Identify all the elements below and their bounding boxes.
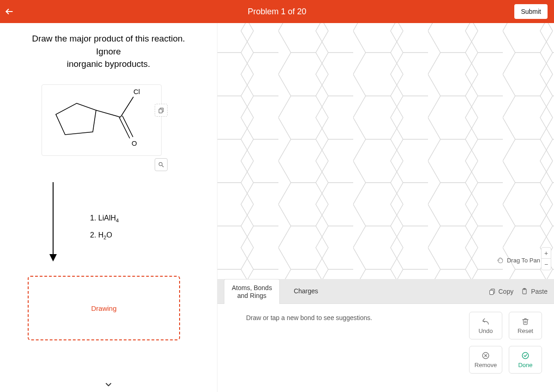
hex-grid-canvas[interactable]	[217, 23, 554, 281]
trash-icon	[522, 318, 529, 325]
copy-rect-icon	[158, 107, 164, 113]
paste-icon	[521, 288, 528, 295]
select-structure-button[interactable]	[155, 104, 168, 117]
problem-panel: Draw the major product of this reaction.…	[0, 23, 217, 392]
remove-button[interactable]: Remove	[469, 346, 502, 374]
drag-to-pan-label: Drag To Pan	[507, 257, 540, 264]
check-circle-icon	[521, 351, 530, 360]
scroll-down-button[interactable]	[104, 380, 113, 389]
zoom-controls: + −	[541, 247, 551, 270]
svg-line-2	[96, 110, 120, 117]
copy-button[interactable]: Copy	[488, 288, 514, 295]
zoom-in-button[interactable]: +	[542, 248, 551, 259]
prompt-line-1: Draw the major product of this reaction.…	[32, 34, 185, 56]
drawing-box-label: Drawing	[91, 304, 116, 312]
x-circle-icon	[482, 351, 490, 360]
svg-marker-11	[49, 254, 57, 261]
zoom-structure-button[interactable]	[155, 158, 168, 171]
reaction-arrow-icon	[46, 182, 60, 265]
reagent-2: 2. H2O	[90, 227, 119, 244]
arrow-left-icon	[5, 7, 14, 16]
svg-point-8	[159, 162, 162, 166]
problem-prompt: Draw the major product of this reaction.…	[14, 32, 203, 71]
undo-button[interactable]: Undo	[469, 312, 502, 339]
done-button[interactable]: Done	[509, 346, 542, 374]
drawing-target-box[interactable]: Drawing	[28, 276, 180, 340]
action-buttons: Undo Reset Remove Done	[469, 312, 542, 374]
app-header: Problem 1 of 20 Submit	[0, 0, 554, 23]
submit-button[interactable]: Submit	[514, 4, 548, 19]
paste-button[interactable]: Paste	[521, 288, 548, 295]
tab-charges[interactable]: Charges	[286, 283, 325, 300]
svg-rect-7	[159, 109, 162, 113]
svg-marker-1	[56, 103, 96, 135]
svg-point-22	[522, 352, 529, 359]
tool-tabs: Atoms, Bonds and Rings Charges Copy Past…	[217, 279, 554, 304]
molecule-svg	[42, 85, 162, 156]
reset-button[interactable]: Reset	[509, 312, 542, 339]
page-title: Problem 1 of 20	[0, 7, 554, 17]
zoom-out-button[interactable]: −	[542, 259, 551, 270]
hand-icon	[497, 256, 504, 264]
molecule-structure: Cl O	[42, 84, 162, 156]
svg-rect-14	[217, 23, 554, 281]
prompt-line-2: inorganic byproducts.	[67, 59, 151, 69]
drag-to-pan-control[interactable]: Drag To Pan	[497, 256, 540, 264]
magnifier-icon	[158, 161, 164, 168]
undo-icon	[482, 317, 490, 326]
svg-line-9	[162, 166, 164, 167]
back-button[interactable]	[0, 0, 18, 23]
chevron-down-icon	[104, 380, 113, 389]
atom-label-o: O	[132, 139, 137, 147]
svg-line-5	[120, 97, 133, 117]
reagents-list: 1. LiAlH4 2. H2O	[90, 210, 119, 244]
drawing-canvas-panel: Drag To Pan + − Atoms, Bonds and Rings C…	[217, 23, 554, 392]
reagent-1: 1. LiAlH4	[90, 210, 119, 227]
copy-icon	[488, 288, 496, 295]
atom-label-cl: Cl	[133, 88, 140, 95]
tab-atoms-bonds[interactable]: Atoms, Bonds and Rings	[224, 279, 280, 305]
svg-rect-16	[489, 290, 493, 294]
